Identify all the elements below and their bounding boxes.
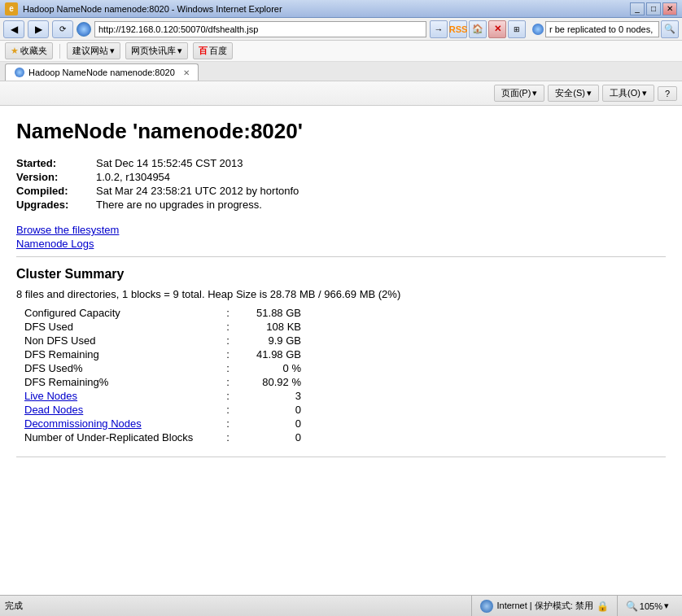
cluster-row-value: 3 [236, 390, 301, 402]
compiled-label: Compiled: [16, 185, 90, 197]
window-controls[interactable]: _ □ ✕ [630, 2, 677, 15]
navigate-button[interactable]: → [430, 20, 448, 38]
help-button[interactable]: ? [658, 86, 677, 101]
cluster-row-value: 0 [236, 431, 301, 443]
ie-logo-small [77, 22, 91, 37]
tab-close-icon[interactable]: ✕ [183, 68, 190, 77]
upgrades-row: Upgrades: There are no upgrades in progr… [16, 199, 666, 211]
stop-button[interactable]: ✕ [488, 20, 506, 38]
page-menu-button[interactable]: 页面(P) ▾ [494, 85, 545, 102]
search-area: 🔍 [532, 20, 679, 38]
page-menu-chevron: ▾ [532, 88, 537, 98]
back-button[interactable]: ◀ [3, 20, 24, 38]
status-bar: 完成 Internet | 保护模式: 禁用 🔒 🔍 105% ▾ [0, 595, 682, 616]
version-value: 1.0.2, r1304954 [96, 171, 170, 183]
site3-label: 百度 [209, 45, 227, 57]
status-zoom: 🔍 105% ▾ [617, 596, 677, 616]
cluster-row-colon: : [220, 334, 236, 347]
cluster-row-colon: : [220, 376, 236, 388]
tools-menu-button[interactable]: 工具(O) ▾ [602, 85, 654, 102]
started-value: Sat Dec 14 15:52:45 CST 2013 [96, 157, 243, 169]
favorites-button[interactable]: ★ 收藏夹 [5, 42, 53, 59]
cluster-row-colon: : [220, 390, 236, 402]
cluster-table: Configured Capacity:51.88 GBDFS Used:108… [24, 307, 666, 443]
page-title: NameNode 'namenode:8020' [16, 119, 666, 144]
version-row: Version: 1.0.2, r1304954 [16, 171, 666, 183]
cluster-row-value: 51.88 GB [236, 307, 301, 319]
rss-button[interactable]: RSS [449, 20, 467, 38]
tools-menu-label: 工具(O) [610, 87, 640, 99]
maximize-button[interactable]: □ [646, 2, 661, 15]
tab-label: Hadoop NameNode namenode:8020 [28, 68, 175, 77]
cluster-row-value: 0 [236, 417, 301, 430]
zoom-icon: 🔍 [626, 601, 638, 612]
cluster-row-label: DFS Remaining% [24, 376, 220, 388]
summary-text: 8 files and directories, 1 blocks = 9 to… [16, 288, 666, 300]
baidu-icon: 百 [199, 45, 208, 57]
site1-label: 建议网站 [72, 45, 108, 57]
upgrades-label: Upgrades: [16, 199, 90, 211]
security-menu-chevron: ▾ [587, 88, 592, 98]
cluster-row-label: Non DFS Used [24, 334, 220, 347]
chevron-icon: ▾ [110, 46, 115, 56]
toolbar-row: 页面(P) ▾ 安全(S) ▾ 工具(O) ▾ ? [0, 81, 682, 106]
cluster-row-label[interactable]: Dead Nodes [24, 404, 220, 416]
cluster-row-label: Number of Under-Replicated Blocks [24, 431, 220, 443]
cluster-row-label: DFS Remaining [24, 348, 220, 360]
namenode-logs-link[interactable]: Namenode Logs [16, 238, 666, 250]
cluster-row-label: Configured Capacity [24, 307, 220, 319]
main-tab[interactable]: Hadoop NameNode namenode:8020 ✕ [5, 63, 199, 81]
star-icon: ★ [11, 46, 19, 56]
zoom-chevron: ▾ [664, 601, 669, 611]
minimize-button[interactable]: _ [630, 2, 645, 15]
search-input[interactable] [545, 21, 659, 37]
cluster-row: Dead Nodes:0 [24, 404, 666, 416]
cluster-row-label: DFS Used% [24, 362, 220, 374]
cluster-row-value: 0 % [236, 362, 301, 374]
security-menu-button[interactable]: 安全(S) ▾ [548, 85, 599, 102]
browse-filesystem-link[interactable]: Browse the filesystem [16, 224, 666, 236]
cluster-row-colon: : [220, 431, 236, 443]
cluster-row-colon: : [220, 362, 236, 374]
baidu-button[interactable]: 百 百度 [193, 42, 233, 59]
info-table: Started: Sat Dec 14 15:52:45 CST 2013 Ve… [16, 157, 666, 211]
cluster-row-value: 80.92 % [236, 376, 301, 388]
suggested-sites-button[interactable]: 建议网站 ▾ [67, 42, 120, 59]
cluster-row-value: 41.98 GB [236, 348, 301, 360]
tab-ie-icon [14, 67, 25, 78]
cluster-row-label[interactable]: Live Nodes [24, 390, 220, 402]
cluster-row: DFS Used%:0 % [24, 362, 666, 374]
cluster-row: Configured Capacity:51.88 GB [24, 307, 666, 319]
window-title: Hadoop NameNode namenode:8020 - Windows … [23, 4, 630, 14]
search-provider-icon [532, 24, 544, 35]
started-label: Started: [16, 157, 90, 169]
compiled-row: Compiled: Sat Mar 24 23:58:21 UTC 2012 b… [16, 185, 666, 197]
address-bar: ◀ ▶ ⟳ → RSS 🏠 ✕ ⊞ 🔍 [0, 18, 682, 41]
cluster-row-colon: : [220, 321, 236, 333]
address-input[interactable] [94, 21, 426, 37]
cluster-summary-title: Cluster Summary [16, 267, 666, 282]
forward-button[interactable]: ▶ [28, 20, 49, 38]
cluster-row-colon: : [220, 348, 236, 360]
compat-button[interactable]: ⊞ [508, 20, 526, 38]
close-button[interactable]: ✕ [662, 2, 677, 15]
help-label: ? [665, 89, 670, 98]
app-icon: e [5, 2, 18, 15]
version-label: Version: [16, 171, 90, 183]
cluster-row-value: 9.9 GB [236, 334, 301, 347]
cluster-row: DFS Used:108 KB [24, 321, 666, 333]
cluster-row-label[interactable]: Decommissioning Nodes [24, 417, 220, 430]
home-button[interactable]: 🏠 [469, 20, 487, 38]
cluster-row: Non DFS Used:9.9 GB [24, 334, 666, 347]
addr-icon-group: → RSS 🏠 ✕ ⊞ [430, 20, 526, 38]
cluster-row: DFS Remaining%:80.92 % [24, 376, 666, 388]
web-feed-button[interactable]: 网页快讯库 ▾ [125, 42, 188, 59]
cluster-row-colon: : [220, 417, 236, 430]
tab-row: Hadoop NameNode namenode:8020 ✕ [0, 62, 682, 81]
search-go-button[interactable]: 🔍 [661, 20, 679, 38]
refresh-button[interactable]: ⟳ [52, 20, 73, 38]
started-row: Started: Sat Dec 14 15:52:45 CST 2013 [16, 157, 666, 169]
links-section: Browse the filesystem Namenode Logs [16, 224, 666, 250]
cluster-row-label: DFS Used [24, 321, 220, 333]
page-menu-label: 页面(P) [501, 87, 531, 99]
